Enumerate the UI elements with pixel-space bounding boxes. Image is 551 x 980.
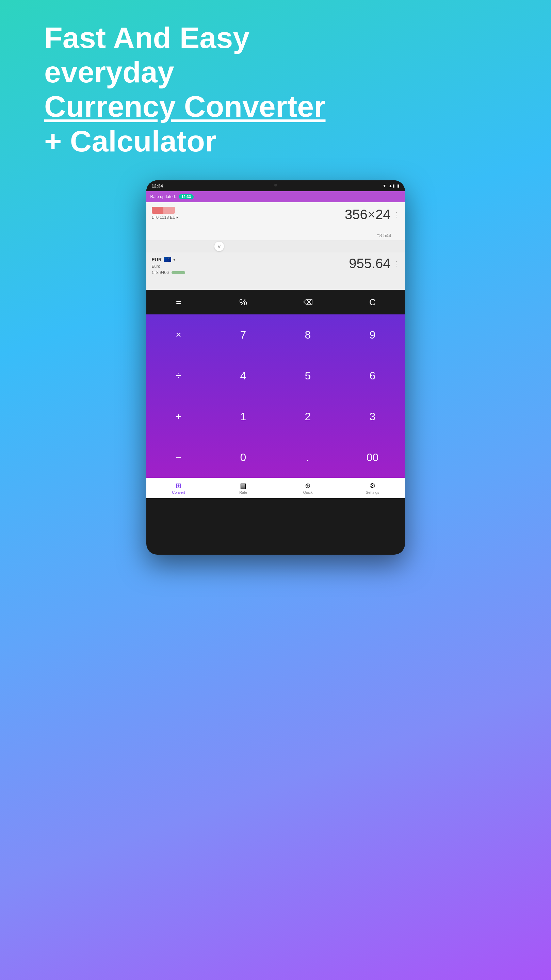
chevron-down-icon: ᐯ: [218, 243, 221, 249]
op-button-percent[interactable]: %: [211, 290, 276, 314]
currency-code: EUR: [152, 257, 162, 262]
currency-code-row: EUR 🇪🇺 ▾: [152, 256, 185, 263]
top-currency-amount-area: 356×24 ⋮: [345, 207, 400, 222]
num-button-4[interactable]: 4: [211, 355, 276, 396]
top-currency-left: 1=0.1118 EUR: [152, 207, 179, 220]
num-button-1[interactable]: 1: [211, 396, 276, 437]
top-currency-rate: 1=0.1118 EUR: [152, 215, 179, 220]
swap-button[interactable]: ᐯ: [214, 242, 224, 251]
nav-item-rate[interactable]: ▤Rate: [211, 480, 276, 496]
nav-label-convert: Convert: [172, 490, 185, 495]
top-currency-flag: [152, 207, 175, 214]
rate-badge: 12:33: [179, 194, 194, 199]
num-button-plus[interactable]: +: [147, 396, 211, 437]
bottom-currency-info: EUR 🇪🇺 ▾ Euro 1=8.9406: [152, 256, 185, 275]
operator-row: =%⌫C: [147, 290, 405, 314]
signal-icon: ▲▮: [389, 183, 395, 188]
rate-bar: [172, 271, 185, 274]
sub-result: =8 544: [147, 233, 405, 240]
num-button-multiply[interactable]: ×: [147, 314, 211, 355]
nav-icon-rate: ▤: [240, 482, 247, 490]
nav-item-convert[interactable]: ⊞Convert: [147, 480, 211, 496]
app-header: Rate updated: 12:33: [147, 191, 405, 202]
nav-icon-convert: ⊞: [175, 482, 182, 490]
rate-label: Rate updated:: [150, 194, 176, 199]
num-button-2[interactable]: 2: [276, 396, 340, 437]
num-button-divide[interactable]: ÷: [147, 355, 211, 396]
bottom-nav: ⊞Convert▤Rate⊕Quick⚙Settings: [147, 478, 405, 498]
currency-name: Euro: [152, 264, 185, 269]
wifi-icon: ▼: [382, 183, 387, 188]
nav-icon-settings: ⚙: [369, 482, 376, 490]
bottom-more-icon[interactable]: ⋮: [393, 260, 400, 267]
num-button-6[interactable]: 6: [340, 355, 405, 396]
num-button-8[interactable]: 8: [276, 314, 340, 355]
num-button-0[interactable]: 0: [211, 437, 276, 478]
top-currency-row[interactable]: 1=0.1118 EUR 356×24 ⋮: [147, 202, 405, 233]
top-more-icon[interactable]: ⋮: [393, 211, 400, 218]
num-button-5[interactable]: 5: [276, 355, 340, 396]
nav-label-rate: Rate: [239, 490, 247, 495]
num-button-00[interactable]: 00: [340, 437, 405, 478]
currency-flag: 🇪🇺: [164, 256, 171, 263]
status-icons: ▼ ▲▮ ▮: [382, 183, 400, 188]
nav-icon-quick: ⊕: [305, 482, 311, 490]
top-currency-amount: 356×24: [345, 207, 391, 222]
op-button-clear[interactable]: C: [340, 290, 405, 314]
bottom-currency-amount-area: 955.64 ⋮: [349, 256, 399, 271]
hero-section: Fast And Easy everyday Currency Converte…: [44, 21, 378, 158]
status-time: 12:34: [152, 183, 163, 189]
nav-label-settings: Settings: [366, 490, 379, 495]
num-button-7[interactable]: 7: [211, 314, 276, 355]
battery-icon: ▮: [397, 183, 400, 188]
hero-line2: Currency Converter: [44, 89, 378, 124]
nav-label-quick: Quick: [303, 490, 312, 495]
status-bar: 12:34 ▼ ▲▮ ▮: [147, 180, 405, 191]
converter-area: 1=0.1118 EUR 356×24 ⋮ =8 544 ᐯ EUR 🇪🇺 ▾: [147, 202, 405, 290]
bottom-currency-amount: 955.64: [349, 256, 390, 271]
num-button-9[interactable]: 9: [340, 314, 405, 355]
bottom-currency-row[interactable]: EUR 🇪🇺 ▾ Euro 1=8.9406 955.64 ⋮: [147, 253, 405, 290]
hero-line1: Fast And Easy everyday: [44, 21, 378, 89]
hero-line3: + Calculator: [44, 124, 378, 158]
num-button-minus[interactable]: −: [147, 437, 211, 478]
nav-item-settings[interactable]: ⚙Settings: [340, 480, 405, 496]
tablet-device: 12:34 ▼ ▲▮ ▮ Rate updated: 12:33 1=0.111…: [147, 180, 405, 555]
num-button-3[interactable]: 3: [340, 396, 405, 437]
currency-rate-bar-row: 1=8.9406: [152, 270, 185, 275]
op-button-backspace[interactable]: ⌫: [276, 290, 340, 314]
swap-row: ᐯ: [147, 240, 405, 253]
op-button-equals[interactable]: =: [147, 290, 211, 314]
number-pad: ×789÷456+123−0.00: [147, 314, 405, 478]
nav-item-quick[interactable]: ⊕Quick: [276, 480, 340, 496]
currency-rate-text: 1=8.9406: [152, 270, 169, 275]
calculator-area: =%⌫C ×789÷456+123−0.00 ⊞Convert▤Rate⊕Qui…: [147, 290, 405, 498]
num-button-dot[interactable]: .: [276, 437, 340, 478]
dropdown-arrow-icon[interactable]: ▾: [173, 257, 175, 262]
